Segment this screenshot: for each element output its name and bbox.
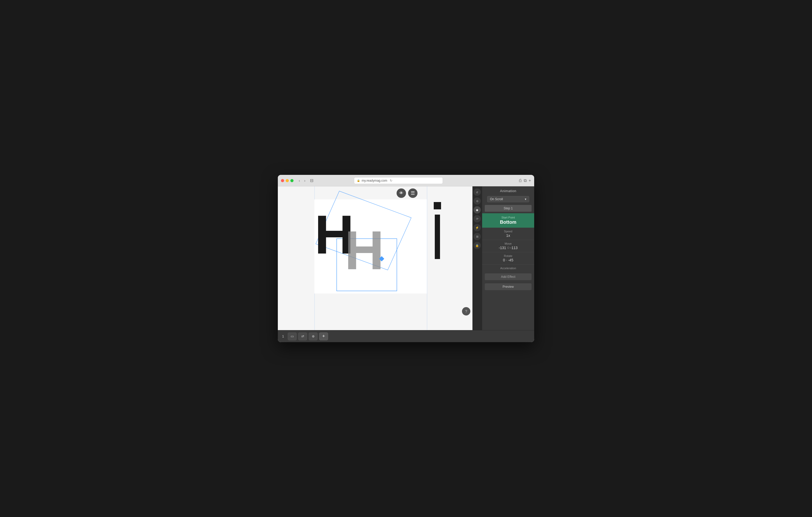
move-row: Move -131 -113 <box>482 240 534 252</box>
help-button[interactable]: ? <box>462 307 470 315</box>
guide-line-right <box>427 186 427 330</box>
url-text: my.readymag.com <box>361 179 387 182</box>
eye-button[interactable]: 👁 <box>397 188 406 198</box>
page-thumbnail-button[interactable]: ▭ <box>288 332 297 340</box>
lightning-icon: ⚡ <box>475 226 479 230</box>
forward-button[interactable]: › <box>303 178 307 183</box>
start-point-label: Start Point <box>486 216 530 219</box>
hi-dot <box>434 202 441 209</box>
canvas-area[interactable]: H H 👁 ☰ ? <box>278 186 472 330</box>
share-button[interactable]: ⎙ <box>519 178 522 183</box>
move-x: -131 <box>499 246 506 250</box>
speed-row: Speed 1x <box>482 227 534 240</box>
effects-tool-button[interactable]: ◉ <box>473 206 481 214</box>
page-thumbnail-icon: ▭ <box>291 334 294 338</box>
bottom-bar: 1 ▭ ⇄ ⊕ + <box>278 330 534 342</box>
lock-icon: 🔒 <box>357 179 360 182</box>
pip-button[interactable]: ⧉ <box>524 178 527 183</box>
clock-icon: ⟳ <box>476 217 478 221</box>
rotate-y: -45 <box>508 258 513 262</box>
undo-redo-button[interactable]: ⇄ <box>298 332 307 340</box>
speed-label: Speed <box>504 230 513 233</box>
acceleration-label: Acceleration <box>486 267 530 270</box>
move-separator <box>507 247 509 249</box>
step-bar[interactable]: Step 1 <box>485 205 531 212</box>
layers-icon: ⊞ <box>476 235 478 238</box>
text-icon: a <box>476 190 478 194</box>
rotate-arrow: › <box>506 259 507 262</box>
lock-tool-button[interactable]: 🔒 <box>473 242 481 249</box>
side-icons-panel: a ⊜ ◉ ⟳ ⚡ ⊞ 🔒 <box>472 186 482 330</box>
maximize-button[interactable] <box>290 179 293 182</box>
refresh-button[interactable]: ↻ <box>390 179 393 182</box>
add-effect-button[interactable]: Add Effect <box>485 273 531 280</box>
corner-buttons: 👁 ☰ <box>397 188 417 198</box>
on-scroll-label: On Scroll <box>490 197 503 201</box>
title-bar-right: ⎙ ⧉ + <box>519 178 531 183</box>
layers-icon: ⊕ <box>312 334 315 338</box>
align-icon: ⊜ <box>476 200 478 203</box>
start-point-value: Bottom <box>486 219 530 225</box>
lightning-tool-button[interactable]: ⚡ <box>473 224 481 231</box>
animation-panel-content: Animation On Scroll ▾ Step 1 Start Point… <box>482 186 534 330</box>
rotate-row: Rotate 0 › -45 <box>482 252 534 265</box>
minimize-button[interactable] <box>286 179 289 182</box>
main-content: H H 👁 ☰ ? <box>278 186 534 330</box>
hi-stem <box>435 215 440 259</box>
effects-icon: ◉ <box>476 208 478 212</box>
on-scroll-select[interactable]: On Scroll ▾ <box>487 196 529 202</box>
layers-tool-button[interactable]: ⊞ <box>473 233 481 240</box>
preview-button[interactable]: Preview <box>485 283 531 290</box>
panel-title: Animation <box>482 186 534 195</box>
right-hi-text <box>434 202 441 259</box>
move-value[interactable]: -131 -113 <box>499 246 517 250</box>
move-label: Move <box>504 242 512 245</box>
animation-panel: Animation On Scroll ▾ Step 1 Start Point… <box>482 186 534 330</box>
white-canvas <box>314 200 427 294</box>
back-button[interactable]: ‹ <box>298 178 301 183</box>
close-button[interactable] <box>281 179 284 182</box>
rotate-value[interactable]: 0 › -45 <box>503 258 513 262</box>
address-bar[interactable]: 🔒 my.readymag.com ↻ <box>354 177 443 184</box>
rotate-x: 0 <box>503 258 505 262</box>
align-tool-button[interactable]: ⊜ <box>473 197 481 205</box>
menu-button[interactable]: ☰ <box>408 188 417 198</box>
menu-icon: ☰ <box>411 190 415 196</box>
add-page-button[interactable]: + <box>319 332 328 340</box>
layers-button[interactable]: ⊕ <box>309 332 318 340</box>
undo-redo-icon: ⇄ <box>301 334 304 338</box>
on-scroll-chevron: ▾ <box>525 197 526 201</box>
sidebar-toggle-button[interactable]: ⊟ <box>309 178 315 183</box>
speed-value[interactable]: 1x <box>506 234 510 238</box>
move-y: -113 <box>511 246 518 250</box>
traffic-lights <box>281 179 293 182</box>
on-scroll-row: On Scroll ▾ <box>482 195 534 203</box>
new-tab-button[interactable]: + <box>529 178 531 183</box>
text-tool-button[interactable]: a <box>473 188 481 196</box>
title-bar: ‹ › ⊟ 🔒 my.readymag.com ↻ ⎙ ⧉ + <box>278 175 534 186</box>
start-point-section[interactable]: Start Point Bottom <box>482 213 534 227</box>
page-number: 1 <box>281 334 285 338</box>
lock-tool-icon: 🔒 <box>475 244 479 247</box>
rotate-label: Rotate <box>504 254 512 257</box>
eye-icon: 👁 <box>399 191 403 195</box>
help-icon: ? <box>465 309 467 313</box>
clock-tool-button[interactable]: ⟳ <box>473 215 481 222</box>
acceleration-row[interactable]: Acceleration <box>482 265 534 272</box>
